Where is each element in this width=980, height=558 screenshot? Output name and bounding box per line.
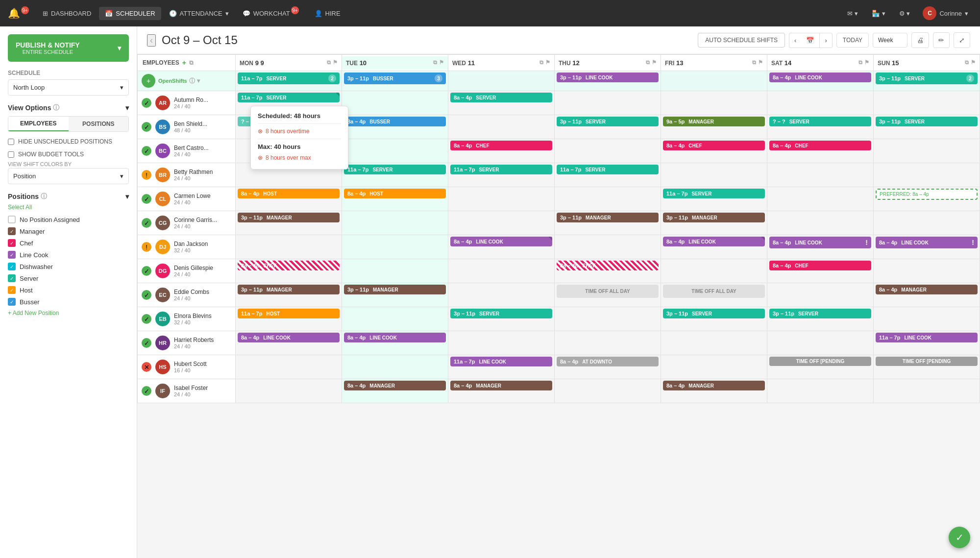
view-options-header[interactable]: View Options ⓘ ▾ bbox=[8, 103, 129, 112]
corinne-fri-shift[interactable]: 3p – 11p MANAGER bbox=[663, 213, 765, 222]
harriet-wed-cell[interactable] bbox=[448, 331, 555, 355]
betty-sun-cell[interactable] bbox=[874, 163, 980, 187]
isabel-thu-cell[interactable] bbox=[555, 379, 661, 403]
autumn-tue-cell[interactable] bbox=[342, 91, 448, 115]
elnora-thu-cell[interactable] bbox=[555, 307, 661, 331]
hubert-tue-cell[interactable] bbox=[342, 355, 448, 379]
add-employee-icon[interactable]: + bbox=[182, 59, 186, 67]
corinne-fri-cell[interactable]: 3p – 11p MANAGER bbox=[661, 211, 767, 235]
harriet-sat-cell[interactable] bbox=[767, 331, 874, 355]
sun-copy-icon[interactable]: ⧉ bbox=[965, 59, 969, 66]
manager-checkbox[interactable]: ✓ bbox=[8, 227, 16, 235]
hubert-sun-cell[interactable]: TIME OFF [PENDING bbox=[874, 355, 980, 379]
mon-copy-icon[interactable]: ⧉ bbox=[327, 59, 331, 66]
back-btn[interactable]: ‹ bbox=[147, 34, 156, 47]
elnora-mon-shift[interactable]: 11a – 7p HOST bbox=[238, 309, 340, 318]
harriet-sun-cell[interactable]: 11a – 7p LINE COOK bbox=[874, 331, 980, 355]
elnora-sun-cell[interactable] bbox=[874, 307, 980, 331]
open-shifts-arrow[interactable]: ▾ bbox=[197, 77, 200, 84]
ben-thu-shift[interactable]: 3p – 11p SERVER bbox=[557, 117, 659, 126]
denis-tue-cell[interactable] bbox=[342, 259, 448, 283]
isabel-tue-cell[interactable]: 8a – 4p MANAGER bbox=[342, 379, 448, 403]
corinne-tue-cell[interactable] bbox=[342, 211, 448, 235]
harriet-mon-cell[interactable]: 8a – 4p LINE COOK bbox=[236, 331, 342, 355]
hubert-thu-cell[interactable]: 8a – 4p AT DOWNTO bbox=[555, 355, 661, 379]
print-btn[interactable]: 🖨 bbox=[911, 32, 929, 48]
edit-btn[interactable]: ✏ bbox=[933, 32, 950, 48]
corinne-sun-cell[interactable] bbox=[874, 211, 980, 235]
open-mon-cell[interactable]: 11a – 7p SERVER 2 bbox=[236, 71, 342, 91]
ben-wed-cell[interactable] bbox=[448, 115, 555, 139]
store-btn[interactable]: 🏪 ▾ bbox=[867, 7, 890, 20]
positions-view-btn[interactable]: POSITIONS bbox=[69, 117, 129, 131]
dan-fri-shift[interactable]: 8a – 4p LINE COOK bbox=[663, 237, 765, 246]
hubert-wed-shift[interactable]: 11a – 7p LINE COOK bbox=[450, 357, 552, 366]
bert-sat-shift[interactable]: 8a – 4p CHEF bbox=[769, 141, 871, 150]
carmen-sat-cell[interactable] bbox=[767, 187, 874, 211]
isabel-tue-shift[interactable]: 8a – 4p MANAGER bbox=[344, 381, 446, 390]
today-btn[interactable]: TODAY bbox=[836, 33, 869, 48]
dan-wed-cell[interactable]: 8a – 4p LINE COOK bbox=[448, 235, 555, 259]
open-sat-cell[interactable]: 8a – 4p LINE COOK bbox=[767, 71, 874, 91]
harriet-sun-shift[interactable]: 11a – 7p LINE COOK bbox=[876, 333, 978, 342]
bert-wed-cell[interactable]: 8a – 4p CHEF bbox=[448, 139, 555, 163]
location-dropdown[interactable]: North Loop ▾ bbox=[8, 79, 129, 96]
corinne-sat-cell[interactable] bbox=[767, 211, 874, 235]
dishwasher-checkbox[interactable]: ✓ bbox=[8, 263, 16, 270]
auto-schedule-btn[interactable]: AUTO SCHEDULE SHIFTS bbox=[698, 33, 785, 48]
eddie-thu-cell[interactable]: TIME OFF ALL DAY bbox=[555, 283, 661, 307]
add-position-btn[interactable]: + Add New Position bbox=[8, 310, 129, 316]
carmen-sun-preferred[interactable]: PREFERRED: 8a – 4p bbox=[876, 189, 978, 200]
harriet-thu-cell[interactable] bbox=[555, 331, 661, 355]
denis-thu-shift[interactable]: 8a – 4p CHEF bbox=[557, 261, 659, 270]
shift-color-dropdown[interactable]: Position ▾ bbox=[8, 168, 129, 184]
corinne-thu-shift[interactable]: 3p – 11p MANAGER bbox=[557, 213, 659, 222]
sat-flag-icon[interactable]: ⚑ bbox=[864, 59, 869, 66]
dan-sun-cell[interactable]: 8a – 4p LINE COOK ! bbox=[874, 235, 980, 259]
denis-mon-cell[interactable]: 8a – 4p CHEF bbox=[236, 259, 342, 283]
harriet-tue-shift[interactable]: 8a – 4p LINE COOK bbox=[344, 333, 446, 342]
thu-flag-icon[interactable]: ⚑ bbox=[652, 59, 657, 66]
autumn-wed-shift[interactable]: 8a – 4p SERVER bbox=[450, 93, 552, 102]
scheduler-nav-btn[interactable]: 📅 SCHEDULER bbox=[99, 7, 161, 20]
autumn-mon-shift[interactable]: 11a – 7p SERVER bbox=[238, 93, 340, 102]
open-thu-shift[interactable]: 3p – 11p LINE COOK bbox=[557, 73, 659, 82]
bert-sun-cell[interactable] bbox=[874, 139, 980, 163]
fri-copy-icon[interactable]: ⧉ bbox=[752, 59, 756, 66]
autumn-thu-cell[interactable] bbox=[555, 91, 661, 115]
show-budget-checkbox[interactable]: SHOW BUDGET TOOLS bbox=[8, 149, 129, 159]
betty-thu-cell[interactable]: 11a – 7p SERVER bbox=[555, 163, 661, 187]
workchat-nav-btn[interactable]: 💬 WORKCHAT 9+ bbox=[237, 6, 307, 20]
autumn-fri-cell[interactable] bbox=[661, 91, 767, 115]
show-budget-input[interactable] bbox=[8, 151, 14, 158]
bert-fri-shift[interactable]: 8a – 4p CHEF bbox=[663, 141, 765, 150]
ben-sun-cell[interactable]: 3p – 11p SERVER bbox=[874, 115, 980, 139]
sat-copy-icon[interactable]: ⧉ bbox=[858, 59, 862, 66]
isabel-fri-shift[interactable]: 8a – 4p MANAGER bbox=[663, 381, 765, 390]
line-cook-checkbox[interactable]: ✓ bbox=[8, 251, 16, 259]
expand-btn[interactable]: ⤢ bbox=[954, 32, 970, 48]
sun-flag-icon[interactable]: ⚑ bbox=[971, 59, 976, 66]
eddie-wed-cell[interactable] bbox=[448, 283, 555, 307]
carmen-mon-cell[interactable]: 8a – 4p HOST bbox=[236, 187, 342, 211]
ben-sat-shift[interactable]: ? – ? SERVER bbox=[769, 117, 871, 126]
employees-view-btn[interactable]: EMPLOYEES bbox=[8, 117, 69, 131]
dan-sat-cell[interactable]: 8a – 4p LINE COOK ! bbox=[767, 235, 874, 259]
settings-btn[interactable]: ⚙ ▾ bbox=[894, 7, 915, 20]
tue-copy-icon[interactable]: ⧉ bbox=[433, 59, 437, 66]
corinne-mon-shift[interactable]: 3p – 11p MANAGER bbox=[238, 213, 340, 222]
isabel-wed-shift[interactable]: 8a – 4p MANAGER bbox=[450, 381, 552, 390]
harriet-fri-cell[interactable] bbox=[661, 331, 767, 355]
bert-tue-cell[interactable] bbox=[342, 139, 448, 163]
ben-sat-cell[interactable]: ? – ? SERVER bbox=[767, 115, 874, 139]
user-menu-btn[interactable]: C Corinne ▾ bbox=[919, 4, 972, 22]
mail-btn[interactable]: ✉ ▾ bbox=[842, 7, 863, 20]
open-sun-cell[interactable]: 3p – 11p SERVER 2 bbox=[874, 71, 980, 91]
eddie-mon-cell[interactable]: 3p – 11p MANAGER bbox=[236, 283, 342, 307]
chef-checkbox[interactable]: ✓ bbox=[8, 239, 16, 247]
eddie-sun-cell[interactable]: 8a – 4p MANAGER bbox=[874, 283, 980, 307]
carmen-fri-shift[interactable]: 11a – 7p SERVER bbox=[663, 189, 765, 198]
open-thu-cell[interactable]: 3p – 11p LINE COOK bbox=[555, 71, 661, 91]
thu-copy-icon[interactable]: ⧉ bbox=[646, 59, 650, 66]
betty-sat-cell[interactable] bbox=[767, 163, 874, 187]
